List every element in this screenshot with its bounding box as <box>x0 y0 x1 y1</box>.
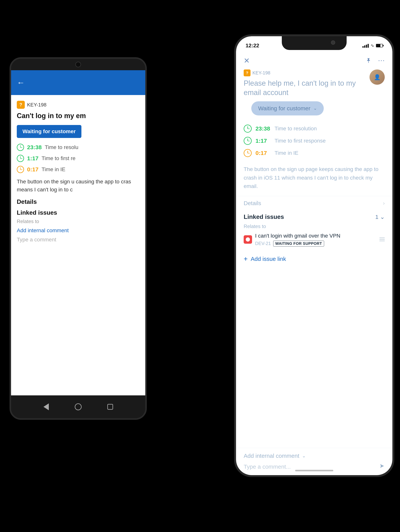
time-value-1: 23:38 <box>27 144 42 151</box>
ios-metric-row-2: 1:17 Time to first response <box>244 137 385 145</box>
ios-status-icons: ∿ <box>363 43 383 48</box>
android-description: The button on the sign u causing the app… <box>17 178 140 194</box>
user-avatar: 👤 <box>369 70 385 85</box>
add-plus-icon: + <box>244 255 248 263</box>
android-key-badge: ? KEY-198 <box>17 101 140 109</box>
android-time-row-2: 1:17 Time to first re <box>17 155 140 162</box>
android-camera-icon <box>75 62 81 67</box>
close-button[interactable]: ✕ <box>244 57 250 65</box>
ios-comment-input[interactable]: Type a comment... <box>244 463 291 470</box>
ios-issue-title: Please help me, I can't log in to my ema… <box>244 79 366 97</box>
ios-phone: 12:22 ∿ ✕ 🖈 ⋯ <box>234 34 394 477</box>
ios-notch <box>282 36 347 50</box>
attachment-icon[interactable]: 🖈 <box>365 57 372 65</box>
android-key-id: KEY-198 <box>27 102 47 108</box>
android-status-button[interactable]: Waiting for customer <box>17 125 81 138</box>
android-relates-to: Relates to <box>17 218 140 224</box>
status-pill-label: Waiting for customer <box>258 105 310 112</box>
ios-key-id: KEY-198 <box>252 70 270 76</box>
clock-green-icon-2 <box>17 155 24 162</box>
ios-status-pill[interactable]: Waiting for customer ⌄ <box>251 101 324 115</box>
send-icon[interactable] <box>379 463 385 471</box>
android-phone: ← ? KEY-198 Can't log in to my em Waitin… <box>10 57 147 420</box>
ios-metric-row-3: 0:17 Time in IE <box>244 149 385 157</box>
ios-clock-orange-3 <box>244 149 252 157</box>
android-comment-input[interactable]: Type a comment <box>17 237 140 243</box>
android-time-row-3: 0:17 Time in IE <box>17 166 140 173</box>
back-arrow-icon[interactable]: ← <box>17 78 25 87</box>
android-back-button[interactable] <box>41 402 51 412</box>
android-home-bar <box>11 395 145 418</box>
android-issue-title: Can't log in to my em <box>17 111 140 120</box>
time-label-2: Time to first re <box>42 155 75 161</box>
ios-linked-count-value: 1 <box>375 214 378 220</box>
clock-green-icon-1 <box>17 144 24 151</box>
linked-issue-type-icon <box>244 235 252 244</box>
linked-issue-content: I can't login with gmail over the VPN DE… <box>255 232 376 246</box>
question-badge-icon: ? <box>17 101 25 109</box>
time-label-3: Time in IE <box>42 166 65 172</box>
signal-strength-icon <box>363 44 369 48</box>
ios-clock: 12:22 <box>246 43 259 49</box>
ios-time-label-1: Time to resolution <box>275 126 317 132</box>
ios-issue-header: ? KEY-198 Please help me, I can't log in… <box>236 68 392 101</box>
ios-app-content: ✕ 🖈 ⋯ ? KEY-198 Please help me, I can't … <box>236 51 392 475</box>
ios-time-label-2: Time to first response <box>275 138 326 144</box>
status-chevron-icon: ⌄ <box>314 106 317 111</box>
ios-time-label-3: Time in IE <box>275 150 298 156</box>
ios-linked-section: Linked issues 1 ⌄ Relates to I can't log… <box>236 210 392 253</box>
more-options-icon[interactable]: ⋯ <box>378 57 385 65</box>
ios-clock-green-1 <box>244 125 252 133</box>
battery-icon <box>376 44 383 47</box>
ios-issue-key-row: ? KEY-198 <box>244 70 366 76</box>
time-label-1: Time to resolu <box>45 144 78 150</box>
android-linked-issues-section: Linked issues <box>17 209 140 216</box>
android-time-row-1: 23:38 Time to resolu <box>17 144 140 151</box>
android-details-section[interactable]: Details <box>17 198 140 205</box>
android-app-header: ← <box>11 70 145 95</box>
ios-time-val-1: 23:38 <box>255 125 271 132</box>
android-content: ? KEY-198 Can't log in to my em Waiting … <box>11 95 145 248</box>
ios-time-metrics: 23:38 Time to resolution 1:17 Time to fi… <box>236 125 392 161</box>
time-value-2: 1:17 <box>27 155 38 162</box>
time-value-3: 0:17 <box>27 166 38 173</box>
clock-orange-icon-3 <box>17 166 24 173</box>
ios-linked-title: Linked issues <box>244 213 284 220</box>
ios-clock-green-2 <box>244 137 252 145</box>
ios-details-label: Details <box>244 200 261 206</box>
android-add-comment-link[interactable]: Add internal comment <box>17 228 140 234</box>
ios-metric-row-1: 23:38 Time to resolution <box>244 125 385 133</box>
ios-linked-chevron-icon: ⌄ <box>380 214 385 220</box>
linked-issue-title: I can't login with gmail over the VPN <box>255 232 376 239</box>
ios-internal-comment-row[interactable]: Add internal comment ⌄ <box>244 453 385 459</box>
android-recents-button[interactable] <box>105 402 115 412</box>
ios-details-row[interactable]: Details › <box>236 196 392 210</box>
ios-relates-to: Relates to <box>244 223 385 229</box>
ios-action-bar: ✕ 🖈 ⋯ <box>236 53 392 68</box>
internal-comment-label: Add internal comment <box>244 453 299 459</box>
ios-add-issue-link[interactable]: + Add issue link <box>236 253 392 267</box>
ios-issue-info: ? KEY-198 Please help me, I can't log in… <box>244 70 366 97</box>
android-home-button[interactable] <box>74 402 83 412</box>
internal-comment-chevron-icon: ⌄ <box>302 453 306 459</box>
ios-linked-issue-row: I can't login with gmail over the VPN DE… <box>244 232 385 246</box>
ios-time-val-2: 1:17 <box>255 138 271 144</box>
ios-time-val-3: 0:17 <box>255 150 271 156</box>
ios-linked-count: 1 ⌄ <box>375 214 385 220</box>
linked-issue-meta: DEV-21 WAITING FOR SUPPORT <box>255 241 376 247</box>
ios-comment-input-row: Type a comment... <box>244 463 385 471</box>
android-notch-bar <box>11 59 145 70</box>
wifi-icon: ∿ <box>371 43 374 48</box>
ios-status-pill-container: Waiting for customer ⌄ <box>236 101 392 125</box>
linked-issue-status-badge: WAITING FOR SUPPORT <box>273 241 324 247</box>
ios-issue-description: The button on the sign up page keeps cau… <box>236 165 392 196</box>
add-issue-link-label: Add issue link <box>251 256 286 262</box>
linked-issue-key: DEV-21 <box>255 241 271 246</box>
ios-action-right: 🖈 ⋯ <box>365 57 385 65</box>
ios-home-indicator <box>295 470 333 471</box>
question-type-badge: ? <box>244 70 251 76</box>
ios-screen: 12:22 ∿ ✕ 🖈 ⋯ <box>236 36 392 475</box>
ios-front-camera-icon <box>331 40 335 45</box>
android-screen: ← ? KEY-198 Can't log in to my em Waitin… <box>11 70 145 395</box>
details-chevron-icon: › <box>383 200 385 206</box>
